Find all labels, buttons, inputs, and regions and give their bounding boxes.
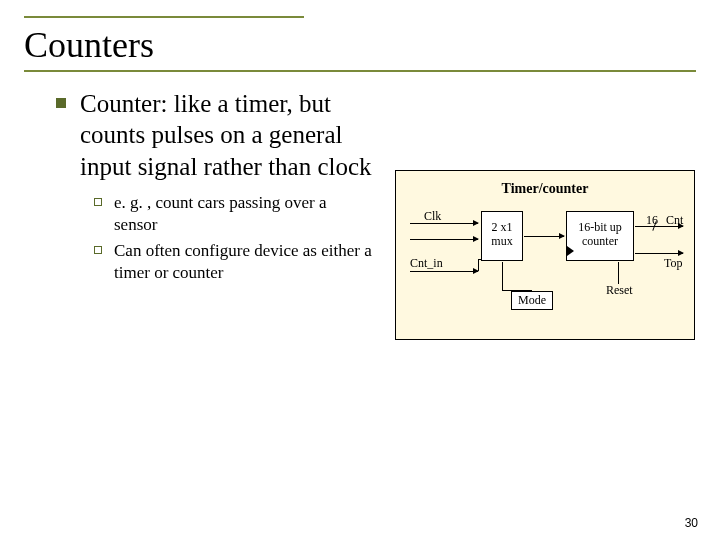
clk-label: Clk <box>424 209 441 224</box>
mux-line2: mux <box>482 234 522 248</box>
reset-label: Reset <box>606 283 633 298</box>
counter-line2: counter <box>567 234 633 248</box>
sub-bullet-text: e. g. , count cars passing over a sensor <box>114 192 374 236</box>
slide-title: Counters <box>24 24 154 66</box>
square-bullet-icon <box>56 98 66 108</box>
main-bullet-text: Counter: like a timer, but counts pulses… <box>80 88 380 182</box>
page-number: 30 <box>685 516 698 530</box>
bus-width-label: 16 <box>646 213 658 228</box>
clk-arrow <box>410 223 478 224</box>
diagram-title: Timer/counter <box>396 181 694 197</box>
mux-line1: 2 x1 <box>482 220 522 234</box>
accent-line-top <box>24 16 304 18</box>
top-out-label: Top <box>664 256 683 271</box>
open-square-bullet-icon <box>94 198 102 206</box>
mode-label: Mode <box>511 291 553 310</box>
counter-block: 16-bit up counter <box>566 211 634 261</box>
clk-arrow-2 <box>410 239 478 240</box>
counter-line1: 16-bit up <box>567 220 633 234</box>
mux-to-counter-arrow <box>524 236 564 237</box>
top-out-arrow <box>635 253 683 254</box>
mux-block: 2 x1 mux <box>481 211 523 261</box>
cnt-in-vline <box>478 259 479 271</box>
timer-counter-diagram: Timer/counter Clk Cnt_in 2 x1 mux 16-bit… <box>395 170 695 340</box>
sub-bullet-text: Can often configure device as either a t… <box>114 240 374 284</box>
open-square-bullet-icon <box>94 246 102 254</box>
cnt-in-arrow <box>410 271 478 272</box>
clock-triangle-icon <box>567 246 574 256</box>
accent-line-title <box>24 70 696 72</box>
cnt-in-label: Cnt_in <box>410 256 443 271</box>
mode-vline <box>502 262 503 290</box>
main-bullet: Counter: like a timer, but counts pulses… <box>56 88 676 182</box>
reset-vline <box>618 262 619 284</box>
cnt-out-label: Cnt <box>666 213 683 228</box>
